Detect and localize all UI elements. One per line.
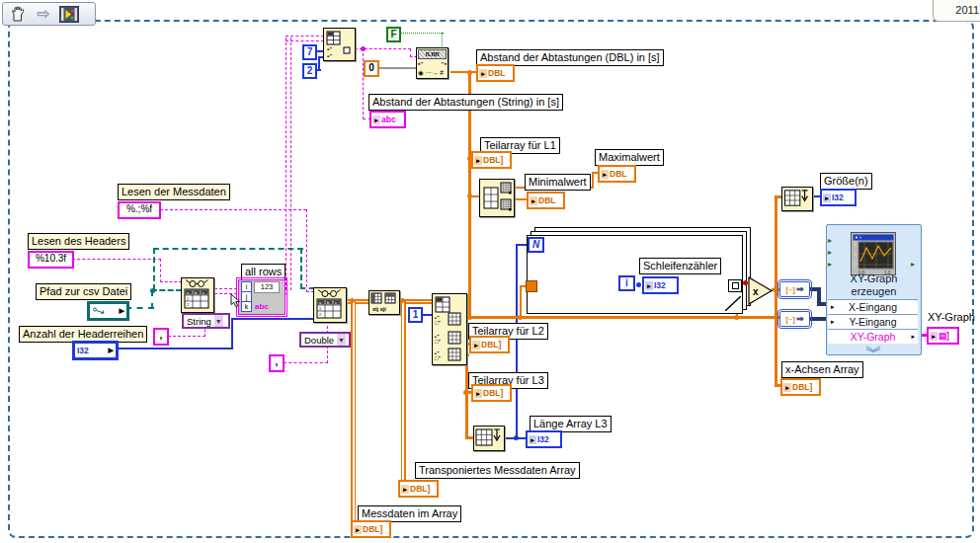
wire: [153, 248, 303, 250]
wire: [306, 209, 307, 292]
path-control[interactable]: ▶: [87, 301, 129, 321]
numeric-constant-2[interactable]: 2: [302, 63, 317, 79]
wire: [351, 299, 356, 521]
to-dynamic-data-x[interactable]: [··] ⇒: [779, 281, 810, 297]
element-abc: abc: [255, 302, 269, 311]
array-size-node-x[interactable]: [781, 187, 813, 211]
junction-dot: [467, 194, 472, 198]
indicator-type: I32: [537, 434, 549, 444]
string-constant-format-header[interactable]: %10.3f: [28, 251, 74, 269]
wire: [115, 348, 233, 349]
multiply-node[interactable]: x: [748, 276, 774, 305]
hand-tool-icon[interactable]: [8, 6, 28, 23]
express-output-arrow: ▸: [911, 261, 915, 269]
index-array-expanded-icon: ▪⁺□⁺ ▪⁺□⁺ ▪⁺□⁺: [433, 294, 464, 362]
i32-indicator-groesse[interactable]: ▸I32: [820, 189, 857, 206]
wire: [363, 48, 364, 119]
loop-fold-corner: [725, 296, 741, 311]
numeric-constant-7[interactable]: 7: [302, 44, 317, 60]
terminal-arrow-icon: ▸: [911, 333, 915, 341]
array-max-min-icon: [480, 180, 512, 214]
i32-indicator-schleifenzaehler[interactable]: ▸I32: [642, 276, 679, 294]
label-pfad: Pfad zur csv Datei: [36, 283, 131, 300]
wire: [286, 38, 291, 290]
string-indicator-abstand[interactable]: ▸abc: [369, 111, 406, 128]
multiply-glyph: x: [753, 286, 759, 297]
index-array-icon: ▪⁺▪⁺: [324, 29, 355, 60]
junction-dot: [400, 298, 405, 303]
junction-dot: [361, 46, 366, 51]
index-array-rows-node[interactable]: ▪⁺□⁺ ▪⁺□⁺ ▪⁺□⁺: [432, 293, 467, 365]
dbl-array-indicator-l1[interactable]: ▸DBL]: [471, 151, 512, 169]
toddt-array-glyph: [··]: [786, 316, 795, 323]
loop-iteration-terminal[interactable]: i: [618, 275, 635, 291]
wire: [300, 287, 314, 289]
terminal-arrow-icon: ▸: [831, 303, 835, 311]
express-input-arrow: ▸: [828, 237, 832, 245]
string-constant-format-data[interactable]: %.;%f: [118, 201, 161, 219]
polymorphic-selector-double[interactable]: Double ▼: [299, 332, 351, 348]
dbl-indicator-min[interactable]: ▸DBL: [527, 192, 565, 209]
terminal-arrow-icon: ▸: [831, 318, 835, 326]
array-max-min-node[interactable]: [479, 179, 515, 217]
polymorphic-selector-string[interactable]: String ▼: [182, 313, 230, 329]
wire: [465, 316, 779, 319]
dbl-array-indicator-l3[interactable]: ▸DBL]: [471, 384, 512, 402]
for-loop[interactable]: [527, 235, 743, 314]
wire: [520, 285, 522, 318]
read-spreadsheet-vi-string[interactable]: abc 12: [181, 277, 214, 313]
node-glyph: ▪⁺: [418, 59, 424, 68]
control-output-arrow: ▶: [109, 347, 114, 354]
array-size-node-l3[interactable]: [473, 426, 505, 451]
transpose-array-node[interactable]: xij xji: [368, 290, 400, 315]
svg-text:c: c: [335, 300, 337, 305]
index-array-header-node[interactable]: ▪⁺▪⁺: [323, 28, 356, 61]
loop-input-tunnel[interactable]: [526, 280, 537, 292]
dbl-array-indicator-x-achsen[interactable]: ▸DBL]: [780, 378, 821, 396]
all-rows-array-indicator[interactable]: i j k 123 abc: [238, 279, 286, 315]
node-glyph: ◉ ···→ #: [418, 68, 447, 77]
xy-graph-icon: 210 0.01.0: [851, 232, 896, 275]
wire: [284, 362, 328, 363]
xy-graph-output-indicator[interactable]: ▸▤]: [927, 327, 959, 345]
indicator-type: DBL: [488, 68, 505, 78]
express-vi-xy-graph[interactable]: 210 0.01.0 XY-Graph erzeugen ▸ X-Eingang…: [826, 224, 922, 355]
loop-count-terminal[interactable]: N: [528, 237, 544, 253]
dbl-array-indicator-l2[interactable]: ▸DBL]: [469, 336, 510, 353]
i32-control-headerreihen[interactable]: I32 ▶: [72, 341, 119, 360]
arrow-tool-icon[interactable]: ⇨: [34, 6, 53, 23]
wire: [160, 259, 161, 282]
dbl-indicator-max[interactable]: ▸DBL: [598, 165, 636, 183]
i32-control-text: I32: [77, 346, 89, 355]
loop-autoindex-tunnel[interactable]: [728, 279, 742, 292]
index-k[interactable]: k: [241, 301, 252, 312]
indicator-type: DBL]: [481, 340, 501, 349]
dbl-indicator-abstand[interactable]: ▸DBL: [476, 64, 515, 82]
to-dynamic-data-y[interactable]: [··] ⇒: [779, 311, 810, 327]
string-to-number-node[interactable]: n.nn ▪⁺ ⁺▪ ◉ ···→ #: [416, 47, 449, 79]
chevron-down-icon: ▼: [214, 315, 223, 327]
indicator-type: I32: [654, 280, 666, 290]
numeric-constant-1[interactable]: 1: [408, 307, 423, 323]
junction-dot: [150, 288, 155, 293]
vi-film-icon[interactable]: [59, 6, 79, 23]
indicator-type: DBL]: [483, 155, 503, 165]
express-row-y-input[interactable]: ▸ Y-Eingang: [828, 314, 918, 329]
svg-text:1: 1: [854, 251, 857, 257]
wire: [516, 245, 518, 439]
expand-chevron-icon[interactable]: [865, 346, 881, 352]
dbl-array-indicator-transponiert[interactable]: ▸DBL]: [398, 480, 439, 498]
express-row-x-input[interactable]: ▸ X-Eingang: [828, 299, 918, 314]
express-row-xy-output[interactable]: XY-Graph ▸: [828, 329, 918, 344]
indicator-type: DBL]: [410, 484, 430, 494]
wire: [450, 71, 477, 73]
junction-dot: [467, 315, 472, 320]
label-maximalwert: Maximalwert: [595, 149, 664, 166]
read-spreadsheet-vi-double[interactable]: abc 12: [313, 287, 347, 323]
dbl-array-indicator-messdaten[interactable]: ▸DBL]: [351, 520, 391, 538]
string-constant-delimiter-2[interactable]: ,: [269, 354, 285, 372]
boolean-constant-false[interactable]: F: [386, 27, 401, 42]
string-constant-delimiter-1[interactable]: ,: [153, 328, 169, 346]
i32-indicator-laenge[interactable]: ▸I32: [526, 430, 562, 448]
numeric-constant-0[interactable]: 0: [364, 60, 379, 77]
